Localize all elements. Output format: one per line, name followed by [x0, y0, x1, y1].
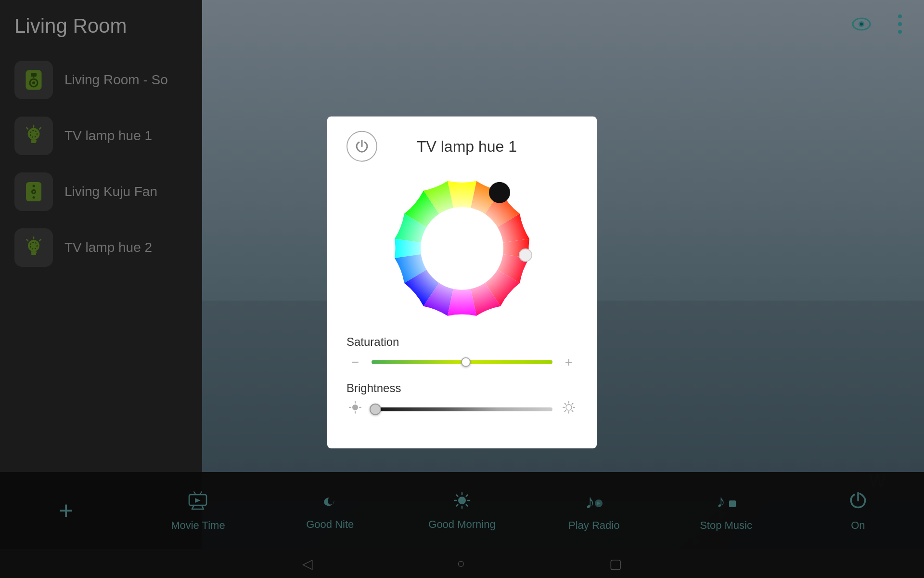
saturation-track[interactable] — [372, 360, 552, 364]
svg-point-52 — [421, 207, 503, 290]
minus-icon[interactable]: − — [346, 355, 364, 370]
svg-point-58 — [566, 405, 572, 410]
modal-header: TV lamp hue 1 — [346, 131, 578, 162]
svg-line-65 — [572, 403, 573, 404]
dim-icon[interactable] — [346, 401, 364, 418]
saturation-label: Saturation — [346, 335, 578, 349]
brightness-section: Brightness — [346, 381, 578, 418]
color-wheel-black-handle[interactable] — [489, 182, 510, 203]
bright-icon[interactable] — [560, 401, 578, 418]
svg-line-66 — [565, 410, 566, 411]
plus-icon[interactable]: + — [560, 355, 578, 370]
svg-line-64 — [572, 410, 573, 411]
brightness-track[interactable] — [372, 407, 552, 411]
power-button[interactable] — [346, 131, 377, 162]
color-wheel[interactable] — [385, 171, 539, 326]
svg-line-63 — [565, 403, 566, 404]
svg-point-53 — [352, 405, 358, 410]
modal-title: TV lamp hue 1 — [387, 137, 547, 155]
saturation-row: − + — [346, 355, 578, 370]
brightness-row — [346, 401, 578, 418]
color-picker-modal: TV lamp hue 1 — [327, 117, 597, 448]
color-wheel-container[interactable] — [346, 171, 578, 326]
brightness-label: Brightness — [346, 381, 578, 395]
color-wheel-white-handle[interactable] — [519, 249, 532, 262]
saturation-section: Saturation − + — [346, 335, 578, 370]
brightness-thumb[interactable] — [370, 403, 381, 415]
saturation-thumb[interactable] — [461, 357, 471, 367]
